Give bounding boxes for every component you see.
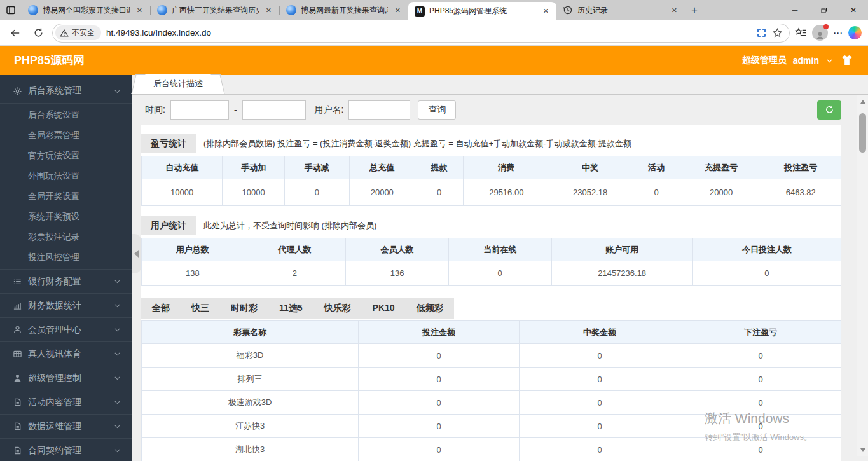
- time-end-input[interactable]: [242, 100, 306, 120]
- chevron-down-icon: [113, 398, 121, 406]
- favorite-star-icon[interactable]: [772, 27, 783, 38]
- gear-icon: [13, 86, 22, 96]
- tab-actions-menu-button[interactable]: [0, 0, 22, 20]
- nav-label: 会员管理中心: [28, 324, 81, 336]
- back-button[interactable]: [6, 24, 24, 42]
- sidebar-item-backend-system[interactable]: 后台系统管理: [0, 79, 132, 103]
- sidebar-sub-official-play[interactable]: 官方玩法设置: [0, 146, 132, 166]
- sidebar-collapse-handle[interactable]: [132, 234, 141, 273]
- tab-close-icon[interactable]: ✕: [392, 5, 403, 16]
- theme-shirt-icon[interactable]: [840, 53, 854, 67]
- tab-close-icon[interactable]: ✕: [669, 5, 680, 16]
- sidebar-sub-global-draw[interactable]: 全局开奖设置: [0, 186, 132, 207]
- chevron-down-icon: [113, 301, 121, 310]
- new-tab-button[interactable]: +: [685, 0, 704, 20]
- scroll-down-arrow[interactable]: [857, 445, 868, 455]
- cell: 0: [520, 344, 680, 368]
- sidebar-item-live-sports[interactable]: 真人视讯体育: [0, 341, 132, 366]
- lottery-tab-klc[interactable]: 快乐彩: [313, 298, 362, 319]
- sidebar-sub-draw-preset[interactable]: 系统开奖预设: [0, 207, 132, 227]
- browser-tab-bar: 博易网全国彩票开奖接口调用 ✕ 广西快三开奖结果查询历史开 ✕ 博易网最新开奖接…: [0, 0, 868, 20]
- lottery-table: 彩票名称 投注金额 中奖金额 下注盈亏 福彩3D 0 0 0 排列三 0 0 0: [141, 320, 841, 461]
- bar-chart-icon: [13, 301, 22, 310]
- chevron-down-icon: [113, 277, 121, 286]
- refresh-button[interactable]: [817, 100, 841, 120]
- lottery-tab-k3[interactable]: 快三: [181, 298, 220, 319]
- collections-icon[interactable]: [795, 27, 807, 39]
- col-header: 中奖金额: [520, 321, 680, 344]
- time-start-input[interactable]: [170, 100, 229, 120]
- tab-close-icon[interactable]: ✕: [134, 5, 145, 16]
- settings-menu-button[interactable]: ⋯: [833, 27, 843, 39]
- sidebar-item-bank-finance[interactable]: 银行财务配置: [0, 269, 132, 293]
- table-row: 湖北快3 0 0 0: [142, 438, 841, 461]
- sidebar-sub-peripheral-play[interactable]: 外围玩法设置: [0, 166, 132, 186]
- username-input[interactable]: [348, 100, 410, 120]
- profile-avatar[interactable]: [812, 25, 828, 41]
- sidebar-item-contract-mgmt[interactable]: 合同契约管理: [0, 438, 132, 461]
- url-text: ht.49493.icu/Index.index.do: [106, 28, 752, 38]
- sidebar-sub-global-lottery[interactable]: 全局彩票管理: [0, 125, 132, 146]
- scroll-up-arrow[interactable]: [857, 97, 868, 106]
- sidebar-item-data-ops[interactable]: 数据运维管理: [0, 414, 132, 438]
- cell: 0: [520, 415, 680, 438]
- lottery-tab-pk10[interactable]: PK10: [362, 298, 406, 319]
- sidebar-item-super-admin[interactable]: 超级管理控制: [0, 366, 132, 390]
- tab-close-icon[interactable]: ✕: [263, 5, 274, 16]
- col-header: 投注金额: [359, 321, 520, 344]
- browser-tab-2[interactable]: 广西快三开奖结果查询历史开 ✕: [151, 0, 279, 20]
- lottery-tab-ssc[interactable]: 时时彩: [220, 298, 268, 319]
- sidebar-item-member-center[interactable]: 会员管理中心: [0, 317, 132, 341]
- chevron-down-icon: [113, 326, 121, 334]
- reload-button[interactable]: [29, 24, 47, 42]
- tab-backend-stats[interactable]: 后台统计描述: [138, 74, 218, 94]
- user-menu[interactable]: admin: [793, 55, 819, 65]
- tab-title: 博易网全国彩票开奖接口调用: [43, 5, 130, 16]
- col-header: 中奖: [549, 156, 631, 179]
- profit-section-title: 盈亏统计: [141, 134, 196, 153]
- tab-close-icon[interactable]: ✕: [541, 6, 551, 17]
- browser-tab-history[interactable]: 历史记录 ✕: [556, 0, 685, 20]
- user-section-title: 用户统计: [141, 216, 196, 235]
- sidebar-sub-system-settings[interactable]: 后台系统设置: [0, 105, 132, 125]
- close-window-button[interactable]: ✕: [839, 0, 868, 20]
- chevron-down-icon: [113, 446, 121, 455]
- query-button[interactable]: 查询: [418, 100, 456, 120]
- cell: 0: [680, 391, 841, 415]
- page-scrollbar[interactable]: [857, 95, 868, 456]
- tab-title: PHP85源码网管理系统: [429, 6, 536, 17]
- sidebar-nav: 后台系统管理 后台系统设置 全局彩票管理 官方玩法设置 外围玩法设置 全局开奖设…: [0, 75, 132, 461]
- table-row: 江苏快3 0 0 0: [142, 415, 841, 438]
- sidebar-item-finance-stats[interactable]: 财务数据统计: [0, 293, 132, 317]
- security-label: 不安全: [72, 27, 95, 38]
- lottery-tab-11x5[interactable]: 11选5: [268, 298, 313, 319]
- security-badge[interactable]: 不安全: [55, 25, 101, 40]
- profit-section-note: (排除内部会员数据) 投注盈亏 = (投注消费金额-返奖金额) 充提盈亏 = 自…: [203, 138, 631, 149]
- browser-tab-3[interactable]: 博易网最新开奖接果查询,重庆 ✕: [280, 0, 408, 20]
- sidebar-item-activity-content[interactable]: 活动内容管理: [0, 390, 132, 414]
- restore-button[interactable]: [809, 0, 839, 20]
- tab-label: 后台统计描述: [153, 79, 203, 88]
- cell: 138: [142, 261, 244, 286]
- cell: 0: [520, 438, 680, 461]
- cell: 136: [346, 261, 449, 286]
- sidebar-sub-bet-records[interactable]: 彩票投注记录: [0, 227, 132, 247]
- col-header: 总充值: [349, 156, 415, 179]
- site-favicon-icon: [157, 5, 167, 15]
- web-capture-icon[interactable]: [757, 29, 766, 37]
- back-arrow-icon: [10, 27, 21, 39]
- scrollbar-thumb[interactable]: [859, 113, 866, 153]
- col-header: 会员人数: [346, 238, 449, 261]
- lottery-tab-lowfreq[interactable]: 低频彩: [406, 298, 454, 319]
- copilot-icon[interactable]: [848, 26, 862, 39]
- browser-tab-active[interactable]: M PHP85源码网管理系统 ✕: [408, 2, 556, 20]
- nav-label: 真人视讯体育: [28, 348, 81, 360]
- col-header: 自动充值: [142, 156, 223, 179]
- minimize-button[interactable]: ─: [780, 0, 809, 20]
- lottery-tab-all[interactable]: 全部: [141, 298, 181, 319]
- document-icon: [13, 446, 22, 455]
- nav-label: 活动内容管理: [28, 397, 81, 408]
- browser-tab-1[interactable]: 博易网全国彩票开奖接口调用 ✕: [22, 0, 150, 20]
- sidebar-sub-risk-control[interactable]: 投注风控管理: [0, 247, 132, 268]
- address-bar[interactable]: 不安全 ht.49493.icu/Index.index.do: [52, 24, 790, 43]
